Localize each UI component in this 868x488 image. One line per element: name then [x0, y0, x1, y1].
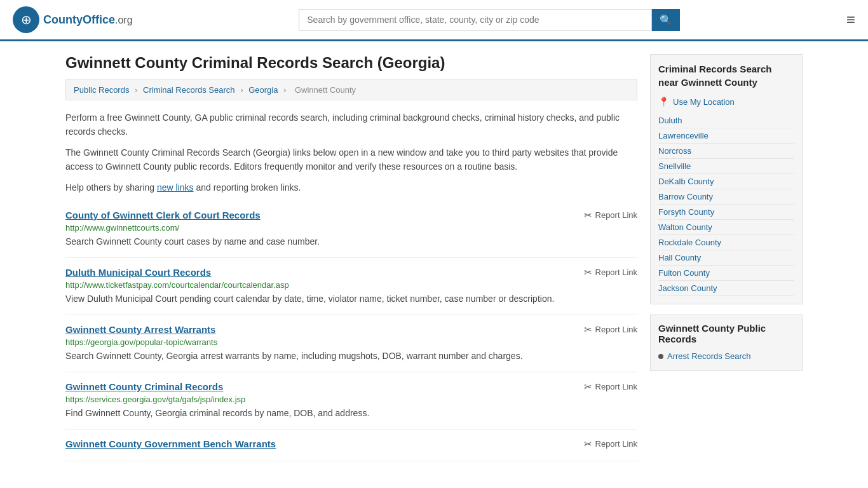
- sidebar-section-2-title: Gwinnett County Public Records: [658, 323, 794, 344]
- sidebar-nearby-link[interactable]: Fulton County: [658, 266, 794, 281]
- sidebar-nearby-link[interactable]: Hall County: [658, 250, 794, 266]
- report-icon-3: ✂: [584, 324, 592, 336]
- report-icon-2: ✂: [584, 267, 592, 278]
- sidebar-nearby-link[interactable]: Barrow County: [658, 189, 794, 205]
- report-link-3[interactable]: ✂ Report Link: [584, 324, 637, 336]
- sidebar-nearby-link[interactable]: Rockdale County: [658, 235, 794, 250]
- search-area: 🔍: [299, 9, 680, 31]
- search-input[interactable]: [299, 9, 652, 30]
- menu-icon[interactable]: ≡: [846, 11, 855, 29]
- report-link-4[interactable]: ✂ Report Link: [584, 381, 637, 393]
- description-1: Perform a free Gwinnett County, GA publi…: [65, 111, 637, 139]
- report-link-5[interactable]: ✂ Report Link: [584, 438, 637, 450]
- header: ⊕ CountyOffice.org 🔍 ≡: [0, 0, 868, 41]
- result-item-5: Gwinnett County Government Bench Warrant…: [65, 430, 637, 461]
- logo-area: ⊕ CountyOffice.org: [13, 6, 133, 33]
- breadcrumb: Public Records › Criminal Records Search…: [65, 79, 637, 100]
- sidebar-public-link[interactable]: Arrest Records Search: [658, 349, 794, 363]
- public-links-list: Arrest Records Search: [658, 349, 794, 363]
- result-desc-2: View Duluth Municipal Court pending cour…: [65, 292, 637, 306]
- content-area: Gwinnett County Criminal Records Search …: [65, 54, 637, 461]
- result-title-1[interactable]: County of Gwinnett Clerk of Court Record…: [65, 210, 261, 220]
- logo-text: CountyOffice.org: [43, 13, 133, 27]
- description-2: The Gwinnett County Criminal Records Sea…: [65, 146, 637, 174]
- location-icon: 📍: [658, 97, 669, 107]
- result-url-4[interactable]: https://services.georgia.gov/gta/gafs/js…: [65, 395, 637, 404]
- result-desc-4: Find Gwinnett County, Georgia criminal r…: [65, 407, 637, 420]
- sidebar-nearby-link[interactable]: Norcross: [658, 144, 794, 159]
- use-my-location[interactable]: 📍 Use My Location: [658, 97, 794, 107]
- sidebar: Criminal Records Search near Gwinnett Co…: [650, 54, 803, 461]
- sidebar-nearby-link[interactable]: DeKalb County: [658, 174, 794, 189]
- results-list: County of Gwinnett Clerk of Court Record…: [65, 201, 637, 461]
- result-title-4[interactable]: Gwinnett County Criminal Records: [65, 381, 223, 392]
- sidebar-nearby-link[interactable]: Lawrenceville: [658, 128, 794, 144]
- sidebar-section-2: Gwinnett County Public Records Arrest Re…: [650, 315, 803, 371]
- report-link-2[interactable]: ✂ Report Link: [584, 267, 637, 278]
- report-icon-5: ✂: [584, 438, 592, 450]
- result-title-3[interactable]: Gwinnett County Arrest Warrants: [65, 324, 215, 335]
- sidebar-nearby-link[interactable]: Duluth: [658, 113, 794, 128]
- result-item-3: Gwinnett County Arrest Warrants ✂ Report…: [65, 315, 637, 372]
- sidebar-section-1: Criminal Records Search near Gwinnett Co…: [650, 54, 803, 304]
- breadcrumb-georgia[interactable]: Georgia: [248, 85, 278, 95]
- result-item-2: Duluth Municipal Court Records ✂ Report …: [65, 258, 637, 315]
- breadcrumb-public-records[interactable]: Public Records: [74, 85, 129, 95]
- result-title-2[interactable]: Duluth Municipal Court Records: [65, 267, 211, 278]
- nearby-links-list: DuluthLawrencevilleNorcrossSnellvilleDeK…: [658, 113, 794, 296]
- new-links-link[interactable]: new links: [157, 182, 194, 193]
- result-item-1: County of Gwinnett Clerk of Court Record…: [65, 201, 637, 258]
- result-title-5[interactable]: Gwinnett County Government Bench Warrant…: [65, 438, 276, 449]
- sidebar-nearby-link[interactable]: Snellville: [658, 159, 794, 174]
- sidebar-nearby-link[interactable]: Jackson County: [658, 281, 794, 296]
- use-my-location-link[interactable]: Use My Location: [673, 97, 735, 107]
- sidebar-nearby-link[interactable]: Forsyth County: [658, 205, 794, 220]
- result-desc-3: Search Gwinnett County, Georgia arrest w…: [65, 349, 637, 363]
- result-url-1[interactable]: http://www.gwinnettcourts.com/: [65, 223, 637, 233]
- result-item-4: Gwinnett County Criminal Records ✂ Repor…: [65, 372, 637, 430]
- main-container: Gwinnett County Criminal Records Search …: [53, 41, 815, 474]
- result-url-2[interactable]: http://www.ticketfastpay.com/courtcalend…: [65, 280, 637, 290]
- page-title: Gwinnett County Criminal Records Search …: [65, 54, 637, 72]
- bullet-icon: [658, 354, 663, 359]
- result-desc-1: Search Gwinnett County court cases by na…: [65, 235, 637, 248]
- search-button[interactable]: 🔍: [652, 9, 680, 31]
- result-url-3[interactable]: https://georgia.gov/popular-topic/warran…: [65, 337, 637, 347]
- sidebar-section-1-title: Criminal Records Search near Gwinnett Co…: [658, 62, 794, 89]
- description-3: Help others by sharing new links and rep…: [65, 180, 637, 194]
- breadcrumb-current: Gwinnett County: [295, 85, 356, 95]
- report-link-1[interactable]: ✂ Report Link: [584, 210, 637, 221]
- report-icon-1: ✂: [584, 210, 592, 221]
- logo-icon: ⊕: [13, 6, 39, 33]
- sidebar-nearby-link[interactable]: Walton County: [658, 220, 794, 235]
- report-icon-4: ✂: [584, 381, 592, 393]
- breadcrumb-criminal-records-search[interactable]: Criminal Records Search: [143, 85, 235, 95]
